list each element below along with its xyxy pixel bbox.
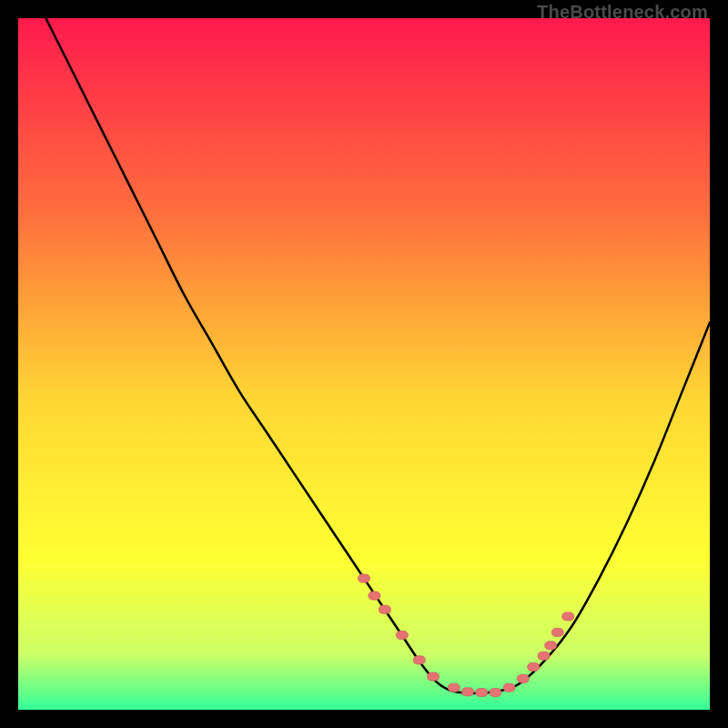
chart-svg bbox=[18, 18, 710, 710]
highlight-dot bbox=[359, 574, 370, 582]
highlight-dot bbox=[448, 683, 460, 692]
highlight-dot bbox=[413, 656, 425, 664]
highlight-dot bbox=[379, 605, 390, 613]
highlight-dot bbox=[538, 652, 550, 660]
highlight-dot bbox=[528, 662, 540, 671]
gradient-background bbox=[18, 18, 710, 710]
highlight-dot bbox=[428, 672, 440, 681]
highlight-dot bbox=[517, 674, 529, 682]
highlight-dot bbox=[476, 689, 488, 697]
highlight-dot bbox=[490, 689, 501, 697]
highlight-dot bbox=[551, 628, 563, 636]
highlight-dot bbox=[503, 683, 515, 692]
plot-area bbox=[18, 18, 710, 710]
highlight-dot bbox=[396, 631, 408, 639]
chart-container: TheBottleneck.com bbox=[0, 0, 728, 728]
highlight-dot bbox=[562, 612, 574, 621]
highlight-dot bbox=[545, 642, 557, 650]
highlight-dot bbox=[369, 592, 380, 600]
highlight-dot bbox=[462, 688, 474, 696]
